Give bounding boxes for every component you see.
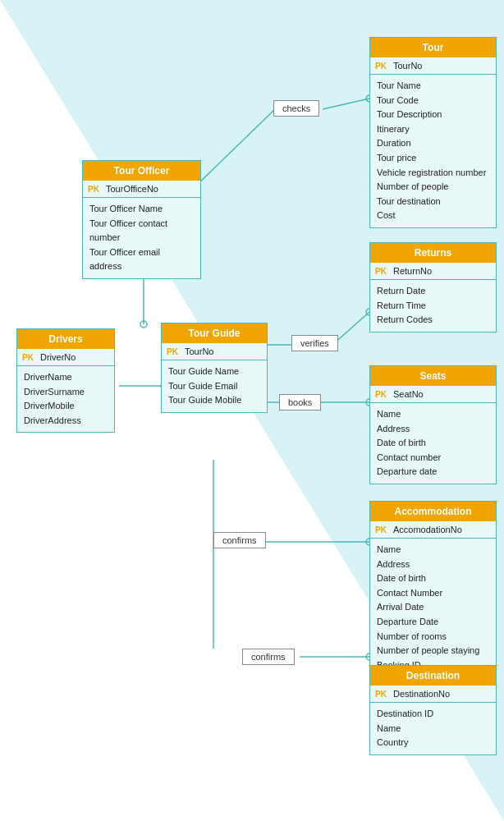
entity-returns-body: Return Date Return Time Return Codes: [370, 280, 496, 332]
tour-field-10: Cost: [377, 209, 489, 223]
svg-point-1: [140, 321, 147, 328]
entity-seats-body: Name Address Date of birth Contact numbe…: [370, 403, 496, 484]
entity-accommodation: Accommodation PK AccomodationNo Name Add…: [369, 501, 497, 677]
returns-field-2: Return Time: [377, 299, 489, 314]
accomm-field-6: Departure Date: [377, 615, 489, 630]
relation-confirms1: confirms: [213, 532, 266, 548]
destination-pk-label: PK: [375, 689, 393, 699]
seats-field-3: Date of birth: [377, 436, 489, 451]
entity-drivers-pk-row: PK DriverNo: [17, 349, 114, 366]
tour-field-7: Vehicle registration number: [377, 166, 489, 181]
entity-tour-officer-pk-row: PK TourOfficeNo: [83, 181, 200, 198]
tour-guide-field-3: Tour Guide Mobile: [168, 393, 260, 408]
seats-pk-label: PK: [375, 389, 393, 399]
destination-pk-field: DestinationNo: [393, 689, 450, 699]
drivers-field-1: DriverName: [24, 370, 108, 385]
entity-seats-header: Seats: [370, 366, 496, 386]
entity-tour: Tour PK TourNo Tour Name Tour Code Tour …: [369, 37, 497, 228]
entity-returns-pk-row: PK ReturnNo: [370, 263, 496, 280]
dest-field-1: Destination ID: [377, 707, 489, 722]
entity-tour-guide: Tour Guide PK TourNo Tour Guide Name Tou…: [161, 323, 268, 413]
tour-field-2: Tour Code: [377, 94, 489, 108]
entity-tour-guide-body: Tour Guide Name Tour Guide Email Tour Gu…: [162, 360, 267, 412]
tour-field-4: Itinerary: [377, 122, 489, 137]
seats-field-4: Contact number: [377, 451, 489, 466]
tour-field-8: Number of people: [377, 180, 489, 195]
dest-field-2: Name: [377, 722, 489, 736]
tour-field-5: Duration: [377, 136, 489, 151]
svg-line-17: [323, 99, 369, 109]
entity-seats-pk-row: PK SeatNo: [370, 386, 496, 403]
tour-officer-pk-label: PK: [88, 184, 106, 194]
tour-guide-field-1: Tour Guide Name: [168, 365, 260, 379]
seats-pk-field: SeatNo: [393, 389, 424, 399]
entity-accommodation-pk-row: PK AccomodationNo: [370, 521, 496, 539]
tour-officer-field-1: Tour Officer Name: [89, 202, 194, 217]
accomm-field-2: Address: [377, 557, 489, 572]
accomm-field-4: Contact Number: [377, 586, 489, 601]
drivers-field-2: DriverSurname: [24, 385, 108, 400]
accomm-field-8: Number of people staying: [377, 644, 489, 658]
entity-tour-guide-pk-row: PK TourNo: [162, 343, 267, 360]
accomm-field-7: Number of rooms: [377, 630, 489, 644]
entity-tour-guide-header: Tour Guide: [162, 323, 267, 343]
entity-tour-officer-body: Tour Officer Name Tour Officer contact n…: [83, 198, 200, 278]
seats-field-1: Name: [377, 407, 489, 422]
accomm-field-5: Arrival Date: [377, 600, 489, 615]
returns-field-3: Return Codes: [377, 313, 489, 328]
entity-destination: Destination PK DestinationNo Destination…: [369, 665, 497, 755]
diagram-container: Tour PK TourNo Tour Name Tour Code Tour …: [0, 0, 504, 821]
dest-field-3: Country: [377, 736, 489, 750]
accomm-field-1: Name: [377, 543, 489, 557]
tour-officer-field-2: Tour Officer contact number: [89, 217, 194, 245]
entity-tour-header: Tour: [370, 38, 496, 57]
tour-pk-label: PK: [375, 61, 393, 71]
entity-accommodation-header: Accommodation: [370, 502, 496, 521]
accomm-field-3: Date of birth: [377, 571, 489, 586]
relation-verifies: verifies: [291, 335, 338, 351]
entity-tour-pk-row: PK TourNo: [370, 57, 496, 75]
drivers-pk-field: DriverNo: [40, 352, 76, 362]
drivers-pk-label: PK: [22, 352, 40, 362]
entity-destination-pk-row: PK DestinationNo: [370, 686, 496, 703]
entity-drivers: Drivers PK DriverNo DriverName DriverSur…: [16, 328, 115, 433]
returns-field-1: Return Date: [377, 284, 489, 299]
tour-officer-pk-field: TourOfficeNo: [106, 184, 158, 194]
tour-officer-field-3: Tour Officer email address: [89, 245, 194, 274]
tour-field-1: Tour Name: [377, 79, 489, 94]
returns-pk-field: ReturnNo: [393, 266, 432, 276]
entity-seats: Seats PK SeatNo Name Address Date of bir…: [369, 365, 497, 484]
entity-accommodation-body: Name Address Date of birth Contact Numbe…: [370, 539, 496, 677]
entity-drivers-header: Drivers: [17, 329, 114, 349]
entity-returns: Returns PK ReturnNo Return Date Return T…: [369, 242, 497, 333]
tour-field-3: Tour Description: [377, 108, 489, 122]
relation-checks: checks: [273, 100, 319, 117]
entity-destination-body: Destination ID Name Country: [370, 703, 496, 754]
entity-tour-officer: Tour Officer PK TourOfficeNo Tour Office…: [82, 160, 201, 279]
drivers-field-4: DriverAddress: [24, 414, 108, 429]
entity-tour-body: Tour Name Tour Code Tour Description Iti…: [370, 75, 496, 227]
relation-confirms2: confirms: [242, 649, 295, 665]
entity-drivers-body: DriverName DriverSurname DriverMobile Dr…: [17, 366, 114, 432]
relation-books: books: [279, 394, 321, 410]
tour-guide-pk-field: TourNo: [185, 346, 213, 356]
entity-tour-officer-header: Tour Officer: [83, 161, 200, 181]
entity-returns-header: Returns: [370, 243, 496, 263]
drivers-field-3: DriverMobile: [24, 399, 108, 414]
tour-guide-field-2: Tour Guide Email: [168, 379, 260, 394]
seats-field-2: Address: [377, 422, 489, 437]
tour-field-9: Tour destination: [377, 195, 489, 209]
accommodation-pk-label: PK: [375, 525, 393, 534]
seats-field-5: Departure date: [377, 465, 489, 479]
accommodation-pk-field: AccomodationNo: [393, 525, 462, 534]
svg-line-16: [193, 109, 275, 189]
entity-destination-header: Destination: [370, 666, 496, 686]
tour-guide-pk-label: PK: [167, 346, 185, 356]
returns-pk-label: PK: [375, 266, 393, 276]
tour-field-6: Tour price: [377, 151, 489, 166]
tour-pk-field: TourNo: [393, 61, 422, 71]
